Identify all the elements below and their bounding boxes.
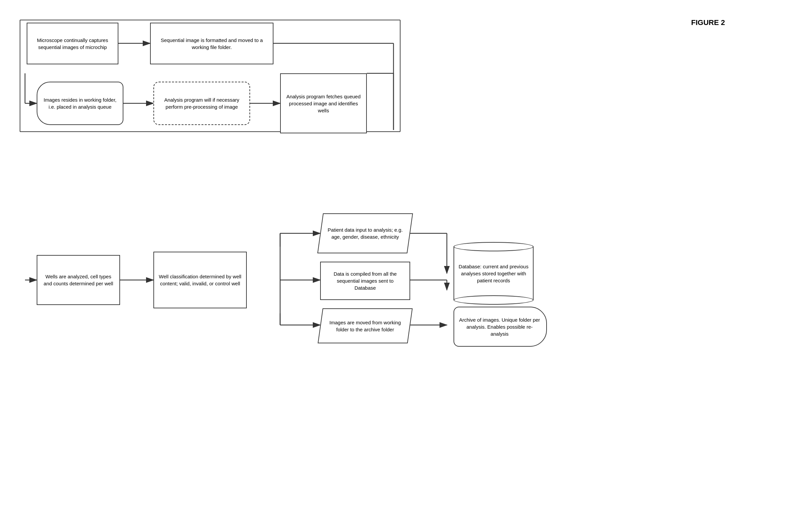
archive-box: Archive of images. Unique folder per ana… <box>454 307 547 347</box>
cylinder-body: Database: current and previous analyses … <box>454 247 534 300</box>
diagram-container: FIGURE 2 <box>0 0 785 532</box>
images-resides-box: Images resides in working folder, i.e. p… <box>37 82 123 125</box>
cylinder-top <box>454 242 534 251</box>
wells-analyzed-box: Wells are analyzed, cell types and count… <box>37 255 120 305</box>
well-classification-box: Well classification determined by well c… <box>153 252 247 308</box>
images-moved-box: Images are moved from working folder to … <box>318 308 413 343</box>
cylinder-bottom <box>454 295 534 305</box>
sequential-image-box: Sequential image is formatted and moved … <box>150 23 274 64</box>
data-compiled-box: Data is compiled from all the sequential… <box>320 262 410 300</box>
microscope-box: Microscope continually captures sequenti… <box>27 23 118 64</box>
database-cylinder: Database: current and previous analyses … <box>454 240 534 307</box>
analysis-program-pre-box: Analysis program will if necessary perfo… <box>153 82 250 125</box>
analysis-program-fetch-box: Analysis program fetches queued processe… <box>280 73 367 133</box>
figure-label: FIGURE 2 <box>691 18 725 27</box>
patient-data-box: Patient data input to analysis; e.g. age… <box>318 213 413 253</box>
